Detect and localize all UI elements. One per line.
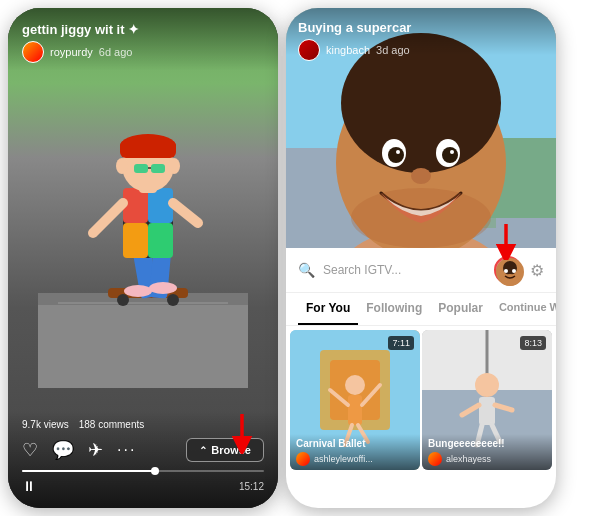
thumb-username-bungee: alexhayess [446, 454, 491, 464]
svg-point-8 [124, 285, 152, 297]
profile-avatar-svg [496, 258, 524, 286]
svg-point-46 [504, 269, 508, 273]
video-title: gettin jiggy wit it ✦ [22, 22, 264, 37]
profile-circle[interactable] [494, 256, 522, 284]
skater-illustration [38, 78, 248, 388]
svg-point-63 [475, 373, 499, 397]
progress-fill [22, 470, 155, 472]
action-icons-group: ♡ 💬 ✈ ··· [22, 439, 136, 461]
svg-point-47 [512, 269, 516, 273]
svg-point-4 [117, 294, 129, 306]
video-progress-bar[interactable] [22, 470, 264, 472]
thumb-avatar-carnival [296, 452, 310, 466]
video-user-row: roypurdy 6d ago [22, 41, 264, 63]
svg-point-41 [411, 168, 431, 184]
thumb-username-carnival: ashleylewoffi... [314, 454, 373, 464]
svg-point-38 [442, 147, 458, 163]
chevron-up-icon: ⌃ [199, 445, 207, 456]
profile-circle-wrapper [494, 256, 522, 284]
svg-point-37 [388, 147, 404, 163]
video-duration-carnival: 7:11 [388, 336, 414, 350]
time-display: 15:12 [239, 481, 264, 492]
svg-point-9 [149, 282, 177, 294]
svg-point-5 [167, 294, 179, 306]
svg-line-15 [93, 203, 123, 233]
video-duration-bungee: 8:13 [520, 336, 546, 350]
svg-point-45 [501, 274, 519, 286]
username-label: roypurdy [50, 46, 93, 58]
svg-rect-13 [123, 223, 148, 258]
svg-point-39 [396, 150, 400, 154]
video-thumb-carnival[interactable]: 7:11 Carnival Ballet ashleylewoffi... [290, 330, 420, 470]
user-avatar [22, 41, 44, 63]
play-time-row: ⏸ 15:12 [22, 478, 264, 494]
tab-following[interactable]: Following [358, 293, 430, 325]
svg-point-25 [168, 158, 180, 174]
svg-rect-14 [148, 223, 173, 258]
svg-point-44 [503, 261, 517, 275]
comments-count: 188 comments [79, 419, 145, 430]
right-user-row: kingbach 3d ago [298, 39, 544, 61]
right-phone: Buying a supercar kingbach 3d ago 🔍 Sear… [286, 8, 556, 508]
svg-rect-22 [151, 164, 165, 173]
svg-rect-0 [38, 298, 248, 388]
top-video-area: Buying a supercar kingbach 3d ago [286, 8, 556, 248]
pause-icon[interactable]: ⏸ [22, 478, 36, 494]
red-arrow-left [220, 410, 264, 454]
video-grid: 7:11 Carnival Ballet ashleylewoffi... [286, 326, 556, 474]
svg-rect-64 [479, 397, 495, 425]
left-phone: gettin jiggy wit it ✦ roypurdy 6d ago 9.… [8, 8, 278, 508]
video-top-overlay: gettin jiggy wit it ✦ roypurdy 6d ago [8, 8, 278, 71]
tab-for-you[interactable]: For You [298, 293, 358, 325]
igtv-tabs: For You Following Popular Continue W [286, 293, 556, 326]
tab-popular[interactable]: Popular [430, 293, 491, 325]
video-thumb-bungee[interactable]: 8:13 Bungeeeeeeee!! alexhayess [422, 330, 552, 470]
svg-point-40 [450, 150, 454, 154]
search-input[interactable]: Search IGTV... [323, 263, 486, 277]
share-icon[interactable]: ✈ [88, 439, 103, 461]
time-ago-label: 6d ago [99, 46, 133, 58]
svg-rect-54 [348, 395, 362, 425]
right-username: kingbach [326, 44, 370, 56]
video-thumb-info-carnival: Carnival Ballet ashleylewoffi... [290, 434, 420, 470]
right-time-ago: 3d ago [376, 44, 410, 56]
top-video-overlay: Buying a supercar kingbach 3d ago [286, 8, 556, 67]
search-bar: 🔍 Search IGTV... [286, 248, 556, 293]
heart-icon[interactable]: ♡ [22, 439, 38, 461]
views-count: 9.7k views [22, 419, 69, 430]
svg-rect-21 [134, 164, 148, 173]
right-user-avatar [298, 39, 320, 61]
svg-rect-20 [120, 140, 176, 158]
svg-point-53 [345, 375, 365, 395]
svg-line-16 [173, 203, 198, 223]
thumb-avatar-bungee [428, 452, 442, 466]
more-options-icon[interactable]: ··· [117, 441, 136, 459]
video-thumb-title-bungee: Bungeeeeeeee!! [428, 438, 546, 449]
video-thumb-info-bungee: Bungeeeeeeee!! alexhayess [422, 434, 552, 470]
thumb-user-row-carnival: ashleylewoffi... [296, 452, 414, 466]
right-video-title: Buying a supercar [298, 20, 544, 35]
video-thumb-title-carnival: Carnival Ballet [296, 438, 414, 449]
thumb-user-row-bungee: alexhayess [428, 452, 546, 466]
tab-continue-watching[interactable]: Continue W [491, 293, 556, 325]
svg-point-24 [116, 158, 128, 174]
search-icon: 🔍 [298, 262, 315, 278]
svg-point-42 [351, 188, 491, 248]
red-arrow-right [488, 220, 524, 260]
comment-icon[interactable]: 💬 [52, 439, 74, 461]
settings-icon[interactable]: ⚙ [530, 261, 544, 280]
